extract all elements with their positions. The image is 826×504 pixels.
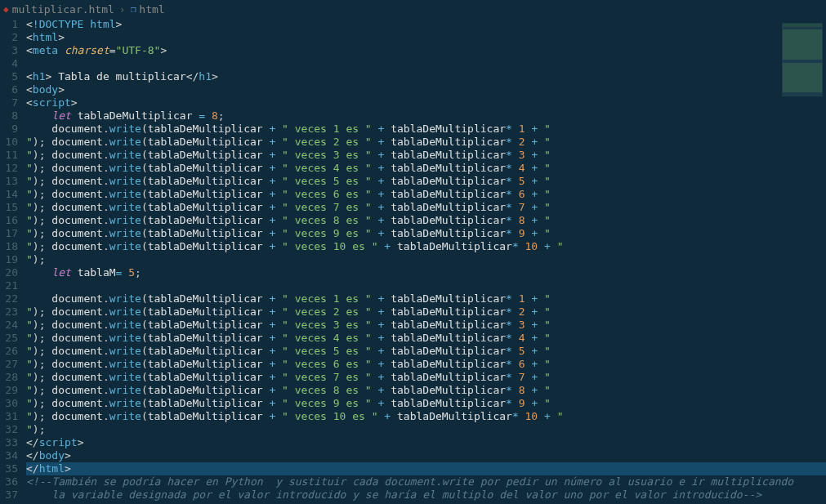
line-number: 23	[0, 306, 18, 319]
code-line[interactable]: document.write(tablaDeMultiplicar + " ve…	[26, 162, 826, 175]
code-line[interactable]: document.write(tablaDeMultiplicar + " ve…	[26, 292, 826, 306]
code-line[interactable]: document.write(tablaDeMultiplicar + " ve…	[26, 175, 826, 188]
code-line[interactable]: document.write(tablaDeMultiplicar + " ve…	[26, 201, 826, 214]
line-number: 24	[0, 319, 18, 332]
code-line[interactable]: la variable designada por el valor intro…	[26, 488, 826, 502]
line-number: 37	[0, 488, 18, 502]
code-line[interactable]: </html>	[26, 462, 826, 475]
code-line[interactable]: document.write(tablaDeMultiplicar + " ve…	[26, 306, 826, 319]
breadcrumb-file-label: multiplicar.html	[12, 3, 114, 16]
line-number: 33	[0, 436, 18, 449]
code-line[interactable]: let tablaDeMultiplicar = 8;	[26, 109, 826, 123]
line-number: 32	[0, 423, 18, 436]
code-line[interactable]: <!--También se podría hacer en Python y …	[26, 475, 826, 488]
code-line[interactable]: document.write(tablaDeMultiplicar + " ve…	[26, 358, 826, 371]
line-number: 20	[0, 266, 18, 279]
symbol-icon: ❒	[131, 4, 136, 15]
chevron-right-icon: ›	[119, 3, 126, 16]
line-number: 31	[0, 410, 18, 423]
line-number: 36	[0, 475, 18, 488]
code-line[interactable]: document.write(tablaDeMultiplicar + " ve…	[26, 332, 826, 345]
code-editor[interactable]: 1234567891011121314151617181920212223242…	[0, 18, 826, 504]
code-line[interactable]: document.write(tablaDeMultiplicar + " ve…	[26, 214, 826, 227]
breadcrumb: ◆ multiplicar.html › ❒ html	[0, 0, 826, 18]
line-number: 30	[0, 397, 18, 410]
code-line[interactable]: <html>	[26, 31, 826, 44]
line-number: 27	[0, 358, 18, 371]
breadcrumb-symbol[interactable]: ❒ html	[131, 3, 165, 16]
line-number: 8	[0, 109, 18, 123]
code-line[interactable]: document.write(tablaDeMultiplicar + " ve…	[26, 188, 826, 201]
code-line[interactable]: <h1> Tabla de multiplicar</h1>	[26, 70, 826, 83]
code-line[interactable]: document.write(tablaDeMultiplicar + " ve…	[26, 410, 826, 423]
code-line[interactable]: <script>	[26, 96, 826, 109]
code-area[interactable]: <!DOCTYPE html><html><meta charset="UTF-…	[26, 18, 826, 504]
minimap-viewport[interactable]	[783, 24, 822, 96]
code-line[interactable]: document.write(tablaDeMultiplicar + " ve…	[26, 345, 826, 358]
line-number: 4	[0, 57, 18, 70]
line-number: 9	[0, 123, 18, 136]
breadcrumb-file[interactable]: ◆ multiplicar.html	[3, 3, 114, 16]
line-number: 22	[0, 292, 18, 306]
code-line[interactable]: document.write(tablaDeMultiplicar + " ve…	[26, 371, 826, 384]
code-line[interactable]: document.write(tablaDeMultiplicar + " ve…	[26, 397, 826, 410]
line-number: 26	[0, 345, 18, 358]
line-number: 10	[0, 136, 18, 149]
line-number: 28	[0, 371, 18, 384]
line-number: 25	[0, 332, 18, 345]
breadcrumb-symbol-label: html	[139, 3, 164, 16]
line-number: 21	[0, 279, 18, 292]
code-line[interactable]: document.write(tablaDeMultiplicar + " ve…	[26, 136, 826, 149]
minimap[interactable]	[782, 23, 823, 96]
html-file-icon: ◆	[3, 4, 9, 15]
line-number: 17	[0, 227, 18, 240]
line-number: 6	[0, 83, 18, 96]
code-line[interactable]: document.write(tablaDeMultiplicar + " ve…	[26, 240, 826, 253]
code-line[interactable]: let tablaM= 5;	[26, 266, 826, 279]
line-number: 2	[0, 31, 18, 44]
code-line[interactable]: document.write(tablaDeMultiplicar + " ve…	[26, 123, 826, 136]
line-number: 19	[0, 253, 18, 266]
line-number: 18	[0, 240, 18, 253]
code-line[interactable]: <body>	[26, 83, 826, 96]
code-line[interactable]: <!DOCTYPE html>	[26, 18, 826, 31]
line-number: 5	[0, 70, 18, 83]
line-number: 34	[0, 449, 18, 462]
line-number-gutter: 1234567891011121314151617181920212223242…	[0, 18, 26, 504]
line-number: 3	[0, 44, 18, 57]
code-line[interactable]	[26, 57, 826, 70]
line-number: 15	[0, 201, 18, 214]
line-number: 16	[0, 214, 18, 227]
code-line[interactable]: </body>	[26, 449, 826, 462]
code-line[interactable]	[26, 253, 826, 266]
line-number: 1	[0, 18, 18, 31]
line-number: 13	[0, 175, 18, 188]
code-line[interactable]	[26, 279, 826, 292]
code-line[interactable]: document.write(tablaDeMultiplicar + " ve…	[26, 149, 826, 162]
line-number: 14	[0, 188, 18, 201]
line-number: 7	[0, 96, 18, 109]
line-number: 35	[0, 462, 18, 475]
code-line[interactable]: document.write(tablaDeMultiplicar + " ve…	[26, 384, 826, 397]
code-line[interactable]	[26, 423, 826, 436]
code-line[interactable]: </script>	[26, 436, 826, 449]
line-number: 29	[0, 384, 18, 397]
code-line[interactable]: document.write(tablaDeMultiplicar + " ve…	[26, 227, 826, 240]
line-number: 12	[0, 162, 18, 175]
line-number: 11	[0, 149, 18, 162]
code-line[interactable]: document.write(tablaDeMultiplicar + " ve…	[26, 319, 826, 332]
code-line[interactable]: <meta charset="UTF-8">	[26, 44, 826, 57]
